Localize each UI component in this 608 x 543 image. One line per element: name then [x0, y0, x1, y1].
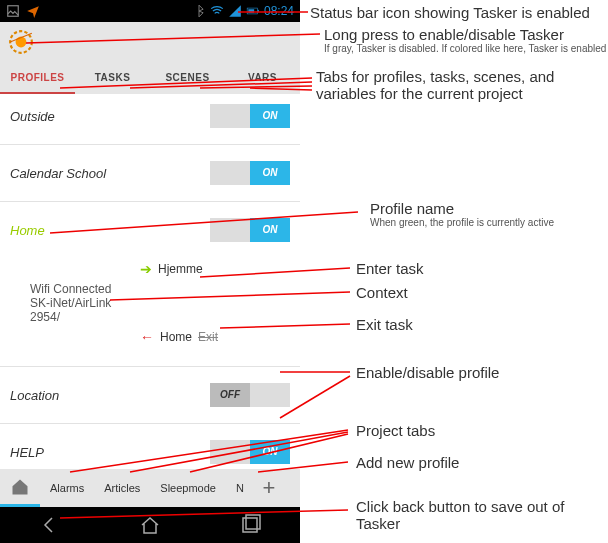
signal-icon: [228, 4, 242, 18]
context-line: SK-iNet/AirLink: [30, 296, 140, 310]
profile-name: Outside: [10, 109, 210, 124]
annotation: Click back button to save out of Tasker: [356, 498, 608, 533]
project-tab[interactable]: Articles: [94, 469, 150, 507]
add-project-button[interactable]: +: [254, 475, 284, 501]
toggle-label: ON: [250, 440, 290, 464]
profile-name: Home: [10, 223, 210, 238]
exit-task[interactable]: ← Home Exit: [140, 324, 218, 350]
context-line: Wifi Connected: [30, 282, 140, 296]
project-label: N: [236, 482, 244, 494]
tab-label: VARS: [248, 72, 277, 83]
main-tabs: PROFILES TASKS SCENES VARS: [0, 62, 300, 94]
battery-icon: [246, 4, 260, 18]
context-line: 2954/: [30, 310, 140, 324]
enter-task[interactable]: ➔ Hjemme: [140, 256, 203, 282]
annotation: Enter task: [356, 260, 424, 277]
toggle-label: OFF: [210, 383, 250, 407]
profile-toggle[interactable]: ON: [210, 161, 290, 185]
tasker-icon: [26, 4, 40, 18]
task-label: Home: [160, 330, 192, 344]
project-label: Sleepmode: [160, 482, 216, 494]
arrow-left-icon: ←: [140, 329, 154, 345]
annotation: Enable/disable profile: [356, 364, 499, 381]
phone-frame: 08:24 PROFILES TASKS SCENES VARS Outside…: [0, 0, 300, 543]
annotation: Add new profile: [356, 454, 459, 471]
task-label: Hjemme: [158, 262, 203, 276]
context-block[interactable]: [30, 256, 140, 282]
project-tabs: Alarms Articles Sleepmode N +: [0, 469, 300, 507]
project-tab-home[interactable]: [0, 469, 40, 507]
svg-rect-3: [248, 9, 254, 13]
divider: [0, 423, 300, 424]
tab-label: SCENES: [165, 72, 209, 83]
annotation: Project tabs: [356, 422, 435, 439]
tasker-gear-icon[interactable]: [8, 29, 34, 55]
tab-vars[interactable]: VARS: [225, 62, 300, 94]
project-label: Articles: [104, 482, 140, 494]
annotation: Tabs for profiles, tasks, scenes, and va…: [316, 68, 608, 103]
project-label: Alarms: [50, 482, 84, 494]
toggle-label: ON: [250, 161, 290, 185]
tab-label: TASKS: [95, 72, 131, 83]
arrow-right-icon: ➔: [140, 261, 152, 277]
annotations-panel: Status bar icon showing Tasker is enable…: [310, 0, 608, 543]
divider: [0, 144, 300, 145]
profile-toggle[interactable]: ON: [210, 440, 290, 464]
profile-row[interactable]: HELP ON: [0, 430, 300, 469]
project-tab[interactable]: Alarms: [40, 469, 94, 507]
profile-expanded: ➔ Hjemme Wifi Connected SK-iNet/AirLink …: [0, 252, 300, 360]
project-tab[interactable]: N: [226, 469, 254, 507]
svg-rect-7: [246, 515, 260, 529]
svg-rect-2: [258, 10, 259, 12]
profile-toggle[interactable]: ON: [210, 104, 290, 128]
divider: [0, 366, 300, 367]
tab-profiles[interactable]: PROFILES: [0, 62, 75, 94]
profile-row[interactable]: Location OFF: [0, 373, 300, 417]
toggle-label: ON: [250, 104, 290, 128]
home-icon: [10, 477, 30, 497]
wifi-icon: [210, 4, 224, 18]
home-button[interactable]: [138, 513, 162, 537]
profile-name: Location: [10, 388, 210, 403]
profile-list: Outside ON Calendar School ON Home ON ➔ …: [0, 94, 300, 469]
profile-toggle[interactable]: OFF: [210, 383, 290, 407]
profile-name: Calendar School: [10, 166, 210, 181]
nav-bar: [0, 507, 300, 543]
annotation: Profile nameWhen green, the profile is c…: [370, 200, 554, 229]
status-bar: 08:24: [0, 0, 300, 22]
annotation: Long press to enable/disable TaskerIf gr…: [324, 26, 606, 55]
tab-scenes[interactable]: SCENES: [150, 62, 225, 94]
toggle-label: ON: [250, 218, 290, 242]
svg-rect-0: [8, 6, 19, 17]
annotation: Status bar icon showing Tasker is enable…: [310, 4, 590, 21]
profile-row[interactable]: Outside ON: [0, 94, 300, 138]
divider: [0, 201, 300, 202]
tab-label: PROFILES: [10, 72, 64, 83]
profile-row-active[interactable]: Home ON: [0, 208, 300, 252]
context-text[interactable]: Wifi Connected SK-iNet/AirLink 2954/: [30, 282, 140, 324]
annotation: Exit task: [356, 316, 413, 333]
profile-row[interactable]: Calendar School ON: [0, 151, 300, 195]
svg-rect-6: [243, 518, 257, 532]
picture-icon: [6, 4, 20, 18]
back-button[interactable]: [38, 513, 62, 537]
recent-button[interactable]: [238, 513, 262, 537]
profile-name: HELP: [10, 445, 210, 460]
profile-toggle[interactable]: ON: [210, 218, 290, 242]
task-label-strike: Exit: [198, 330, 218, 344]
bluetooth-icon: [192, 4, 206, 18]
action-bar: [0, 22, 300, 62]
annotation: Context: [356, 284, 408, 301]
clock: 08:24: [264, 4, 294, 18]
project-tab[interactable]: Sleepmode: [150, 469, 226, 507]
tab-tasks[interactable]: TASKS: [75, 62, 150, 94]
